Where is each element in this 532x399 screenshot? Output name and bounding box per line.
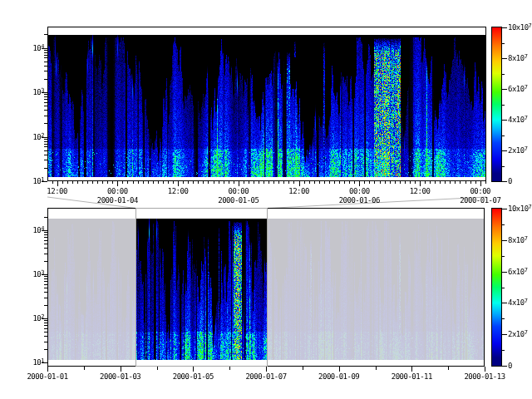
tick-mark: [502, 224, 505, 225]
detail-colorbar-tick-label: 6x107: [508, 85, 527, 93]
tick-mark: [244, 181, 244, 184]
tick-mark: [502, 105, 505, 106]
tick-mark: [502, 89, 507, 90]
overview-y-tick-label: 104: [32, 226, 44, 234]
tick-mark: [324, 181, 325, 184]
tick-mark: [52, 181, 53, 184]
tick-mark: [193, 181, 194, 184]
tick-mark: [224, 181, 224, 184]
tick-mark: [410, 181, 411, 184]
tick-mark: [107, 181, 108, 184]
detail-colorbar: [491, 27, 502, 182]
tick-mark: [369, 181, 370, 184]
tick-mark: [502, 74, 505, 75]
tick-mark: [502, 135, 505, 136]
detail-x-date-label: 2000-01-04: [97, 196, 138, 204]
tick-mark: [163, 181, 164, 184]
overview-colorbar-tick-label: 0: [508, 362, 512, 370]
detail-y-tick-label: 104: [32, 44, 44, 52]
detail-y-tick-label: 101: [32, 177, 44, 185]
tick-mark: [440, 181, 441, 184]
tick-mark: [303, 367, 303, 370]
tick-mark: [502, 181, 507, 182]
detail-colorbar-tick-label: 10x107: [508, 23, 531, 32]
overview-colorbar: [491, 208, 502, 367]
detail-colorbar-tick-label: 8x107: [508, 54, 527, 62]
tick-mark: [214, 181, 214, 184]
tick-mark: [293, 181, 294, 184]
overview-x-tick-label: 2000-01-01: [27, 372, 67, 381]
spectrogram-explorer-window: 12:0000:002000-01-0412:0000:002000-01-05…: [0, 0, 532, 399]
tick-mark: [203, 181, 204, 184]
tick-mark: [82, 181, 83, 184]
overview-colorbar-tick-label: 2x107: [508, 330, 527, 338]
tick-mark: [430, 181, 431, 184]
tick-mark: [329, 181, 330, 184]
tick-mark: [219, 181, 219, 184]
tick-mark: [239, 181, 239, 186]
zoom-connector-line: [268, 197, 486, 209]
overview-y-tick-label: 102: [32, 314, 44, 323]
overview-x-tick-label: 2000-01-03: [100, 372, 140, 381]
tick-mark: [480, 181, 481, 186]
tick-mark: [72, 181, 73, 184]
detail-colorbar-tick-label: 2x107: [508, 146, 527, 155]
zoom-connector-line: [47, 197, 135, 209]
overview-y-tick-label: 103: [32, 270, 44, 278]
tick-mark: [42, 362, 47, 363]
tick-mark: [376, 367, 377, 370]
detail-x-date-label: 2000-01-06: [339, 196, 380, 204]
tick-mark: [157, 367, 158, 370]
tick-mark: [42, 274, 47, 275]
tick-mark: [344, 181, 345, 184]
tick-mark: [415, 181, 416, 184]
tick-mark: [349, 181, 350, 184]
tick-mark: [502, 166, 505, 167]
tick-mark: [148, 181, 149, 184]
tick-mark: [334, 181, 335, 184]
tick-mark: [339, 181, 340, 184]
overview-colorbar-tick-label: 8x107: [508, 236, 527, 244]
detail-x-tick-label: 12:00: [288, 187, 309, 195]
tick-mark: [502, 288, 505, 288]
tick-mark: [229, 367, 230, 370]
overview-colorbar-tick-label: 6x107: [508, 268, 527, 276]
detail-x-tick-label: 00:00: [349, 187, 370, 195]
tick-mark: [502, 58, 507, 59]
tick-mark: [264, 181, 264, 184]
tick-mark: [97, 181, 98, 184]
tick-mark: [455, 181, 456, 184]
tick-mark: [188, 181, 189, 184]
tick-mark: [380, 181, 381, 184]
tick-mark: [502, 120, 507, 121]
tick-mark: [249, 181, 249, 184]
tick-mark: [502, 43, 505, 44]
tick-mark: [485, 181, 486, 184]
detail-spectrogram-canvas: [47, 35, 486, 177]
selection-region[interactable]: [135, 208, 268, 367]
tick-mark: [133, 181, 134, 184]
tick-mark: [229, 181, 229, 184]
tick-mark: [502, 272, 507, 273]
tick-mark: [183, 181, 184, 184]
tick-mark: [502, 350, 505, 351]
overview-x-tick-label: 2000-01-05: [173, 372, 214, 381]
detail-x-date-label: 2000-01-05: [218, 196, 259, 204]
tick-mark: [435, 181, 436, 184]
tick-mark: [502, 366, 507, 367]
tick-mark: [208, 181, 209, 184]
detail-y-tick-label: 103: [32, 88, 44, 96]
tick-mark: [127, 181, 128, 184]
tick-mark: [173, 181, 174, 184]
tick-mark: [445, 181, 446, 184]
overview-x-tick-label: 2000-01-11: [392, 372, 432, 381]
tick-mark: [178, 181, 179, 186]
tick-mark: [470, 181, 471, 184]
tick-mark: [354, 181, 355, 184]
tick-mark: [67, 181, 68, 184]
tick-mark: [309, 181, 310, 184]
tick-mark: [314, 181, 315, 184]
overview-x-tick-label: 2000-01-07: [245, 372, 286, 381]
detail-colorbar-tick-label: 4x107: [508, 116, 527, 124]
tick-mark: [92, 181, 93, 184]
